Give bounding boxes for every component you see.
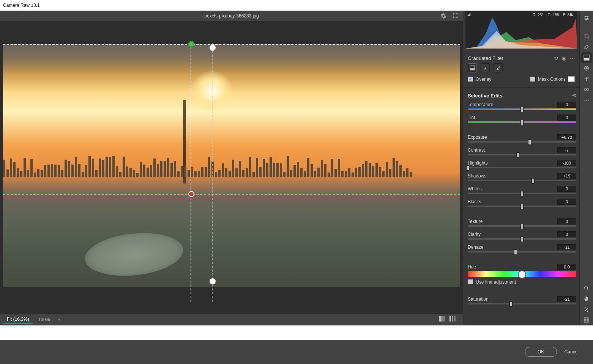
svg-point-13 (586, 67, 587, 69)
slider-value-input[interactable] (557, 160, 576, 166)
tool-brush[interactable] (481, 63, 490, 72)
slider-label: Exposure (468, 135, 487, 140)
svg-point-12 (585, 66, 589, 71)
compare-side-icon[interactable] (439, 316, 445, 323)
slider-value-input[interactable] (557, 264, 576, 270)
crop-icon[interactable] (581, 31, 592, 42)
edit-icon[interactable] (581, 13, 592, 24)
grid-icon[interactable] (581, 315, 592, 325)
crop-top-edge[interactable] (3, 44, 460, 45)
filter-secondary-line[interactable] (212, 43, 213, 302)
mask-options-checkbox[interactable]: Mask Options (530, 76, 575, 82)
selective-edits-title: Selective Edits (468, 93, 503, 99)
svg-rect-0 (439, 316, 442, 322)
slider-exposure[interactable]: Exposure (468, 134, 576, 143)
sampler-icon[interactable] (581, 304, 592, 315)
slider-label: Clarity (468, 232, 481, 237)
more-icon[interactable]: ⋯ (570, 55, 575, 61)
fullscreen-icon[interactable] (453, 13, 458, 19)
svg-point-16 (586, 89, 587, 90)
use-fine-checkbox[interactable]: Use fine adjustment (468, 279, 576, 285)
zoom-fit[interactable]: Fit (16.3%) (3, 316, 33, 323)
cancel-button[interactable]: Cancel (561, 348, 582, 356)
svg-rect-5 (470, 66, 475, 70)
selective-reset-icon[interactable]: ⟲ (572, 93, 576, 99)
reset-icon[interactable]: ⟲ (554, 55, 558, 61)
slider-whites[interactable]: Whites (468, 186, 576, 194)
highlight-clip-icon[interactable]: ◣ (570, 11, 576, 17)
slider-texture[interactable]: Texture (468, 218, 576, 227)
zoom-tool-icon[interactable] (581, 283, 592, 293)
filter-pin-start[interactable] (188, 41, 194, 47)
redeye-icon[interactable] (581, 84, 592, 95)
heal-icon[interactable] (581, 42, 592, 52)
svg-point-17 (584, 100, 585, 101)
svg-point-8 (587, 18, 588, 19)
more-options-icon[interactable] (581, 95, 592, 105)
svg-rect-2 (449, 316, 451, 322)
filter-center-line[interactable] (191, 43, 191, 302)
visibility-icon[interactable]: ◉ (562, 55, 566, 61)
svg-point-19 (588, 100, 589, 101)
slider-label: Whites (468, 186, 482, 191)
slider-value-input[interactable] (557, 134, 576, 140)
hist-g: G: 188 (548, 13, 559, 17)
slider-temperature[interactable]: Temperature (468, 102, 576, 110)
panel-title: Graduated Filter (468, 55, 503, 61)
ok-button[interactable]: OK (525, 347, 557, 357)
histogram[interactable]: R: 251 G: 188 B: 87 ◢ ◣ (465, 11, 577, 49)
slider-label: Saturation (468, 297, 489, 302)
svg-rect-6 (470, 68, 475, 70)
svg-rect-10 (584, 55, 589, 60)
slider-value-input[interactable] (557, 231, 576, 237)
slider-highlights[interactable]: Highlights (468, 160, 576, 168)
slider-value-input[interactable] (557, 199, 576, 205)
slider-value-input[interactable] (557, 296, 576, 302)
svg-point-15 (584, 88, 589, 91)
slider-value-input[interactable] (557, 186, 576, 192)
slider-label: Highlights (468, 160, 488, 166)
slider-value-input[interactable] (557, 218, 576, 224)
settings-icon[interactable] (440, 13, 446, 20)
zoom-dropdown-icon[interactable]: ▼ (57, 318, 61, 322)
add-icon[interactable] (581, 74, 592, 84)
slider-label: Temperature (468, 102, 493, 107)
zoom-100[interactable]: 100% (35, 316, 54, 323)
filename-label: pexels-pixabay-366283.jpg (204, 13, 259, 19)
slider-value-input[interactable] (557, 102, 576, 108)
hand-tool-icon[interactable] (581, 293, 592, 304)
slider-tint[interactable]: Tint (468, 115, 576, 123)
tool-eraser[interactable] (494, 63, 503, 72)
slider-label: Texture (468, 219, 483, 224)
slider-contrast[interactable]: Contrast (468, 147, 576, 155)
window-title: Camera Raw 13.1 (0, 0, 593, 11)
filter-pin-bottom[interactable] (210, 278, 216, 284)
filter-pin-angle[interactable] (210, 45, 216, 51)
slider-value-input[interactable] (557, 147, 576, 153)
svg-rect-3 (452, 316, 453, 322)
slider-dehaze[interactable]: Dehaze (468, 244, 576, 253)
tool-new-filter[interactable] (468, 63, 477, 72)
slider-value-input[interactable] (557, 244, 576, 250)
compare-split-icon[interactable] (449, 316, 456, 323)
overlay-checkbox[interactable]: Overlay (468, 76, 491, 82)
slider-value-input[interactable] (557, 115, 576, 121)
svg-point-7 (585, 16, 586, 17)
slider-value-input[interactable] (557, 173, 576, 179)
hist-r: R: 251 (533, 13, 544, 17)
slider-label: Dehaze (468, 245, 483, 250)
svg-point-20 (585, 286, 588, 289)
slider-clarity[interactable]: Clarity (468, 231, 576, 240)
filter-pin-end[interactable] (188, 191, 194, 197)
svg-rect-11 (584, 58, 589, 60)
slider-saturation[interactable]: Saturation (468, 296, 576, 304)
slider-shadows[interactable]: Shadows (468, 173, 576, 181)
linear-icon[interactable] (581, 52, 592, 63)
slider-hue[interactable]: HueUse fine adjustment (468, 264, 576, 285)
image-preview[interactable] (0, 21, 463, 314)
svg-rect-4 (454, 316, 456, 322)
slider-label: Blacks (468, 199, 481, 204)
slider-blacks[interactable]: Blacks (468, 199, 576, 207)
radial-icon[interactable] (581, 63, 592, 74)
shadow-clip-icon[interactable]: ◢ (467, 11, 472, 17)
